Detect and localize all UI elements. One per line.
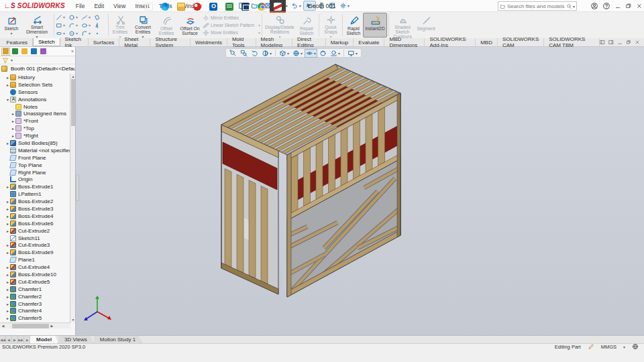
tree-item[interactable]: ▸*Top (0, 125, 70, 132)
edge-taskbar-button[interactable] (157, 0, 173, 13)
repair-sketch-button[interactable]: Repair Sketch (296, 13, 317, 38)
search-input[interactable] (506, 3, 566, 10)
tree-expand-icon[interactable]: ▸ (5, 308, 10, 313)
tree-expand-icon[interactable]: ▸ (11, 119, 15, 123)
tree-item[interactable]: ▸Selection Sets (0, 81, 70, 88)
graphics-area[interactable]: ▾▾▾▾▾▾ » ▾ Booth 001 (Default<<Default>_… (0, 47, 644, 335)
tree-expand-icon[interactable]: ▸ (5, 272, 10, 277)
tree-filter-row[interactable]: ▾ (0, 56, 75, 64)
panel-tab-featuremanager[interactable] (1, 48, 10, 56)
filter-funnel-icon[interactable] (2, 57, 9, 64)
tree-expand-icon[interactable]: ▸ (5, 243, 10, 247)
tree-expand-icon[interactable]: ▸ (5, 265, 10, 269)
instant2d-button[interactable]: Instant2D (363, 13, 387, 38)
tree-item[interactable]: ▸Chamfer5 (0, 314, 70, 322)
tree-item[interactable]: ▸Chamfer4 (0, 308, 70, 315)
panel-tabs-overflow-icon[interactable]: » (71, 49, 74, 54)
smart-dimension-button[interactable]: Smart Dimension▾ (21, 13, 52, 38)
tree-item[interactable]: ▸Boss-Extrude6 (0, 220, 70, 227)
display-style-button[interactable]: ▾ (291, 49, 304, 58)
doc-restore-icon[interactable] (626, 40, 631, 45)
chrome-taskbar-button[interactable] (254, 0, 270, 13)
tree-item[interactable]: ▸Cut-Extrude2 (0, 227, 70, 235)
line-tool[interactable]: ▾ (56, 13, 68, 21)
scroll-left-arrow[interactable]: ◀ (0, 324, 6, 328)
search-icon[interactable] (566, 3, 572, 9)
tree-expand-icon[interactable]: ▸ (5, 214, 10, 219)
panel-tab-dimxpertmanager[interactable] (30, 48, 38, 56)
tab-markup[interactable]: Markup (326, 38, 354, 46)
tree-expand-icon[interactable]: ▸ (5, 141, 10, 145)
rapid-sketch-button[interactable]: Rapid Sketch (344, 13, 363, 38)
ellipse-tool[interactable]: ▾ (81, 21, 94, 29)
tree-item[interactable]: Front Plane (0, 154, 70, 162)
pane-left-icon[interactable] (600, 40, 605, 45)
tree-item[interactable]: ▸Boss-Extrude10 (0, 271, 70, 278)
point-tool[interactable] (94, 29, 107, 38)
tab-sketch[interactable]: Sketch (33, 38, 60, 46)
tree-expand-icon[interactable]: ▸ (5, 82, 10, 87)
tree-expand-icon[interactable]: ▸ (5, 221, 10, 226)
tree-item[interactable]: ▸Cut-Extrude3 (0, 241, 70, 249)
spline-tool[interactable]: ▾ (81, 13, 94, 21)
panel-tab-configurationmanager[interactable] (20, 48, 29, 56)
units-label[interactable]: MMGS (601, 344, 616, 350)
task-view-taskbar-button[interactable] (141, 0, 157, 13)
tab-weldments[interactable]: Weldments (191, 38, 227, 46)
outlook-taskbar-button[interactable] (205, 0, 221, 13)
segment-button[interactable]: Segment (415, 13, 437, 38)
tree-expand-icon[interactable]: ▸ (5, 206, 10, 211)
tab-mesh-modeling[interactable]: Mesh Modeling (256, 38, 292, 46)
nav-last-button[interactable]: ▶▶ (18, 336, 24, 343)
tree-item[interactable]: ▸Unassigned Items (0, 110, 70, 117)
tree-expand-icon[interactable]: ▾ (5, 97, 10, 102)
booth-3d-model[interactable] (76, 47, 631, 335)
mail-taskbar-button[interactable] (237, 0, 254, 13)
tree-item[interactable]: Notes (0, 103, 70, 111)
nav-prev-button[interactable]: ◀ (6, 336, 12, 343)
tree-horizontal-scrollbar[interactable]: ◀ ▶ (0, 322, 70, 328)
solidworks-taskbar-button[interactable] (270, 0, 286, 13)
tree-expand-icon[interactable]: ▸ (5, 199, 10, 204)
offset-on-surface-button[interactable]: Offset On Surface (177, 13, 203, 38)
tree-item[interactable]: LPattern1 (0, 190, 70, 198)
search-caret-icon[interactable]: ▾ (573, 4, 575, 9)
shaded-sketch-contours-button[interactable]: Shaded Sketch Contours (390, 13, 415, 38)
section-view-button[interactable]: ▾ (260, 49, 273, 58)
fillet-tool[interactable]: ▾ (81, 29, 94, 38)
circle-tool[interactable]: ▾ (68, 13, 81, 21)
trim-entities-button[interactable]: Trim Entities▾ (110, 13, 130, 38)
tree-vertical-scrollbar[interactable]: ▲ ▼ (70, 74, 75, 322)
tab-mbd-dimensions[interactable]: MBD Dimensions (384, 38, 425, 46)
tree-item[interactable]: ▸Cut-Extrude4 (0, 263, 70, 271)
quick-snaps-button[interactable]: Quick Snaps▾ (321, 13, 341, 38)
model-tab-model[interactable]: Model (30, 336, 58, 343)
tree-expand-icon[interactable]: ▸ (5, 280, 10, 284)
tree-expand-icon[interactable]: ▸ (11, 126, 15, 131)
scroll-thumb-h[interactable] (12, 324, 49, 328)
scroll-down-arrow[interactable]: ▼ (70, 317, 76, 322)
tree-expand-icon[interactable]: ▸ (5, 250, 10, 255)
hide-show-items-button[interactable]: ▾ (305, 49, 317, 58)
edit-appearance-button[interactable] (318, 49, 328, 58)
tree-expand-icon[interactable]: ▸ (5, 316, 10, 320)
tree-item[interactable]: ▸Boss-Extrude2 (0, 198, 70, 205)
tree-expand-icon[interactable]: ▸ (5, 287, 10, 292)
tree-item[interactable]: Sensors (0, 88, 70, 96)
restore-icon[interactable] (625, 3, 632, 9)
view-orientation-button[interactable]: ▾ (278, 49, 290, 58)
tree-expand-icon[interactable]: ▸ (5, 302, 10, 306)
file-explorer-taskbar-button[interactable] (173, 0, 189, 13)
plane-3d-tool[interactable] (94, 13, 107, 21)
doc-minimize-icon[interactable] (617, 40, 623, 45)
nav-first-button[interactable]: ◀◀ (0, 336, 6, 343)
panel-splitter[interactable] (76, 174, 79, 201)
tab-evaluate[interactable]: Evaluate (354, 38, 384, 46)
notes-app-taskbar-button[interactable] (221, 0, 237, 13)
scroll-up-arrow[interactable]: ▲ (70, 74, 76, 79)
view-settings-button[interactable]: ▾ (346, 49, 359, 58)
dropdown-caret-icon[interactable]: ▾ (258, 30, 260, 35)
tree-item[interactable]: ▸Chamfer1 (0, 286, 70, 293)
scroll-right-arrow[interactable]: ▶ (49, 324, 55, 328)
nav-next-button[interactable]: ▶ (12, 336, 18, 343)
